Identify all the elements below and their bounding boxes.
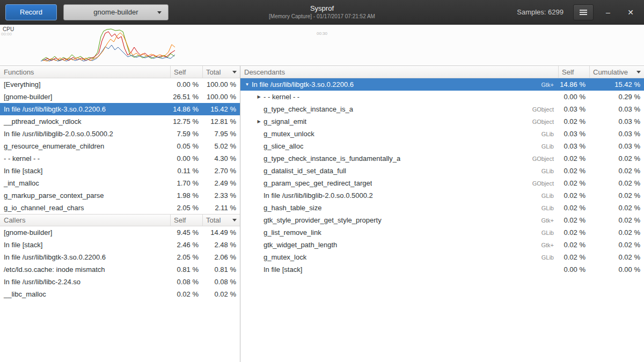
descendant-name-cell: gtk_widget_path_lengthGtk+: [240, 241, 558, 249]
descendant-name-cell: g_slice_allocGLib: [240, 142, 558, 150]
table-row[interactable]: g_mutex_unlockGLib0.03 %0.03 %: [240, 128, 644, 140]
functions-column-header[interactable]: Functions: [0, 66, 170, 78]
descendant-name-cell: In file [stack]: [240, 265, 558, 274]
callers-column-header[interactable]: Callers: [0, 215, 170, 226]
table-row[interactable]: In file /usr/lib/libglib-2.0.so.0.5000.2…: [0, 128, 240, 140]
menu-button[interactable]: [573, 4, 594, 20]
header-bar: Record gnome-builder Sysprof [Memory Cap…: [0, 0, 644, 25]
self-column-header[interactable]: Self: [170, 66, 202, 78]
table-row[interactable]: In file /usr/lib/libc-2.24.so0.08 %0.08 …: [0, 276, 240, 288]
library-tag: GLib: [541, 230, 558, 236]
table-row[interactable]: In file [stack]0.11 %2.70 %: [0, 165, 240, 177]
self-value: 0.00 %: [558, 265, 589, 274]
self-value: 2.46 %: [170, 241, 202, 249]
function-name: In file /usr/lib/libc-2.24.so: [0, 278, 170, 286]
table-row[interactable]: ▼In file /usr/lib/libgtk-3.so.0.2200.6Gt…: [240, 78, 644, 91]
cumulative-value: 0.03 %: [589, 142, 644, 150]
cpu-graph-area[interactable]: CPU 00:00 00:30: [0, 25, 644, 66]
process-dropdown[interactable]: gnome-builder: [63, 4, 169, 20]
table-row[interactable]: g_type_check_instance_is_aGObject0.03 %0…: [240, 103, 644, 115]
total-value: 2.70 %: [202, 167, 240, 175]
table-row[interactable]: g_io_channel_read_chars2.05 %2.11 %: [0, 202, 240, 214]
library-tag: GLib: [541, 254, 558, 261]
table-row[interactable]: gtk_widget_path_lengthGtk+0.02 %0.02 %: [240, 239, 644, 251]
table-row[interactable]: gtk_style_provider_get_style_propertyGtk…: [240, 214, 644, 226]
cumulative-value: 0.02 %: [589, 216, 644, 224]
table-row[interactable]: g_markup_parse_context_parse1.98 %2.33 %: [0, 189, 240, 202]
descendant-name-cell: g_param_spec_get_redirect_targetGObject: [240, 179, 558, 187]
total-column-header[interactable]: Total: [202, 66, 240, 78]
column-label: Total: [206, 68, 221, 76]
record-button[interactable]: Record: [5, 4, 57, 20]
table-row[interactable]: __pthread_rwlock_rdlock12.75 %12.81 %: [0, 115, 240, 128]
table-row[interactable]: __libc_malloc0.02 %0.02 %: [0, 288, 240, 300]
process-dropdown-label: gnome-builder: [93, 8, 138, 16]
function-name: g_datalist_id_set_data_full: [264, 167, 346, 175]
table-row[interactable]: [Everything]0.00 %100.00 %: [0, 78, 240, 91]
self-value: 0.02 %: [558, 191, 589, 200]
table-row[interactable]: In file [stack]2.46 %2.48 %: [0, 239, 240, 251]
table-row[interactable]: [gnome-builder]9.45 %14.49 %: [0, 226, 240, 239]
total-column-header[interactable]: Total: [202, 215, 240, 226]
self-value: 0.02 %: [558, 154, 589, 162]
minimize-button[interactable]: –: [600, 8, 616, 17]
samples-count: Samples: 6299: [517, 8, 564, 16]
self-column-header[interactable]: Self: [558, 66, 589, 78]
table-row[interactable]: g_list_remove_linkGLib0.02 %0.02 %: [240, 226, 644, 239]
time-tick-mid: 00:30: [317, 31, 327, 36]
table-row[interactable]: In file /usr/lib/libgtk-3.so.0.2200.614.…: [0, 103, 240, 115]
self-value: 0.02 %: [558, 179, 589, 187]
function-name: gtk_style_provider_get_style_property: [264, 216, 382, 224]
table-row[interactable]: _int_malloc1.70 %2.49 %: [0, 177, 240, 189]
table-row[interactable]: In file [stack]0.00 %0.00 %: [240, 263, 644, 276]
table-row[interactable]: g_mutex_lockGLib0.02 %0.02 %: [240, 251, 644, 263]
self-column-header[interactable]: Self: [170, 215, 202, 226]
close-button[interactable]: ✕: [623, 8, 639, 17]
cumulative-value: 0.02 %: [589, 241, 644, 249]
function-name: In file [stack]: [0, 241, 170, 249]
library-tag: GLib: [541, 131, 558, 137]
descendant-name-cell: g_hash_table_sizeGLib: [240, 204, 558, 212]
table-row[interactable]: g_resource_enumerate_children0.05 %5.02 …: [0, 140, 240, 152]
table-row[interactable]: g_datalist_id_set_data_fullGLib0.02 %0.0…: [240, 165, 644, 177]
function-name: g_list_remove_link: [264, 228, 321, 237]
library-tag: Gtk+: [541, 82, 558, 88]
function-name: g_type_check_instance_is_fundamentally_a: [264, 154, 400, 162]
self-value: 14.86 %: [558, 80, 589, 88]
descendant-name-cell: ▶g_signal_emitGObject: [240, 117, 558, 125]
library-tag: GObject: [532, 106, 558, 113]
function-name: In file /usr/lib/libgtk-3.so.0.2200.6: [0, 253, 170, 261]
table-row[interactable]: g_param_spec_get_redirect_targetGObject0…: [240, 177, 644, 189]
total-value: 5.02 %: [202, 142, 240, 150]
table-row[interactable]: - - kernel - -0.00 %4.30 %: [0, 152, 240, 165]
table-row[interactable]: g_slice_allocGLib0.03 %0.03 %: [240, 140, 644, 152]
descendant-name-cell: g_datalist_id_set_data_fullGLib: [240, 167, 558, 175]
self-value: 0.08 %: [170, 278, 202, 286]
function-name: In file /usr/lib/libgtk-3.so.0.2200.6: [0, 105, 170, 113]
expander-closed-icon[interactable]: ▶: [254, 95, 264, 99]
cumulative-value: 15.42 %: [589, 80, 644, 88]
self-value: 2.05 %: [170, 253, 202, 261]
library-tag: GLib: [541, 205, 558, 211]
table-row[interactable]: /etc/ld.so.cache: inode mismatch0.81 %0.…: [0, 263, 240, 276]
expander-closed-icon[interactable]: ▶: [254, 120, 264, 124]
table-row[interactable]: g_type_check_instance_is_fundamentally_a…: [240, 152, 644, 165]
function-name: g_io_channel_read_chars: [0, 204, 170, 212]
table-row[interactable]: In file /usr/lib/libglib-2.0.so.0.5000.2…: [240, 189, 644, 202]
descendants-column-header[interactable]: Descendants: [240, 66, 558, 78]
table-row[interactable]: g_hash_table_sizeGLib0.02 %0.02 %: [240, 202, 644, 214]
total-value: 0.02 %: [202, 290, 240, 298]
table-row[interactable]: [gnome-builder]26.51 %100.00 %: [0, 91, 240, 103]
cumulative-column-header[interactable]: Cumulative: [589, 66, 644, 78]
function-name: g_slice_alloc: [264, 142, 303, 150]
table-row[interactable]: ▶- - kernel - -0.00 %0.29 %: [240, 91, 644, 103]
self-value: 2.05 %: [170, 204, 202, 212]
right-pane: Descendants Self Cumulative ▼In file /us…: [240, 66, 644, 362]
expander-open-icon[interactable]: ▼: [243, 83, 252, 87]
total-value: 7.95 %: [202, 130, 240, 138]
header-right-cluster: Samples: 6299 – ✕: [517, 4, 639, 20]
function-name: - - kernel - -: [0, 154, 170, 162]
descendants-table: ▼In file /usr/lib/libgtk-3.so.0.2200.6Gt…: [240, 78, 644, 276]
table-row[interactable]: In file /usr/lib/libgtk-3.so.0.2200.62.0…: [0, 251, 240, 263]
table-row[interactable]: ▶g_signal_emitGObject0.02 %0.03 %: [240, 115, 644, 128]
